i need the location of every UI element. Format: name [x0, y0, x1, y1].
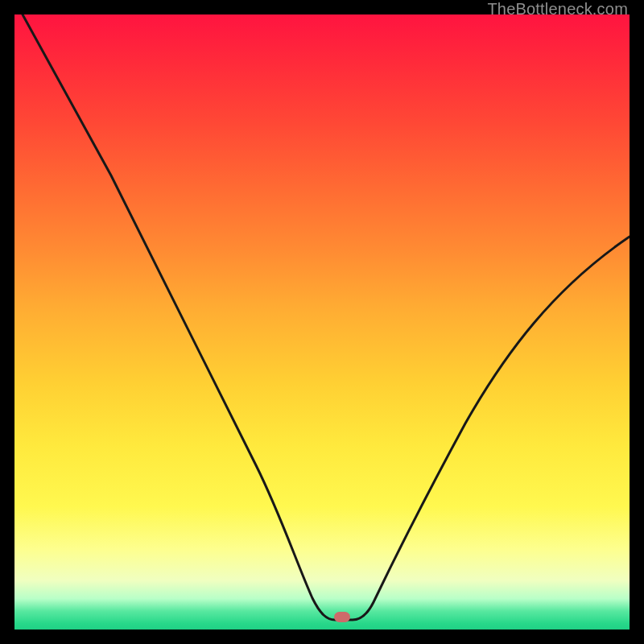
chart-frame: TheBottleneck.com [0, 0, 644, 644]
optimal-point-marker [334, 612, 350, 622]
watermark-label: TheBottleneck.com [487, 0, 628, 19]
plot-area [14, 14, 630, 630]
curve-path [23, 14, 630, 620]
bottleneck-curve [14, 14, 630, 630]
